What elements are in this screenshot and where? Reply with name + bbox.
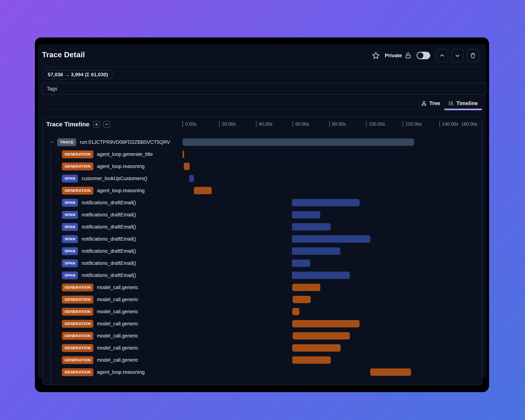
timeline-row[interactable]: GENERATIONagent_loop.reasoning — [43, 185, 482, 197]
star-icon[interactable] — [372, 51, 380, 60]
privacy-toggle[interactable] — [417, 52, 430, 59]
observation-name: model_call.generic — [97, 357, 138, 363]
timeline-row[interactable]: GENERATIONagent_loop.reasoning — [43, 160, 482, 172]
tick-label: 40.00s — [259, 121, 272, 127]
tab-tree[interactable]: Tree — [417, 100, 444, 109]
trash-icon — [469, 52, 476, 59]
delete-trace-button[interactable] — [467, 49, 479, 62]
timeline-bar[interactable] — [292, 235, 370, 243]
timeline-bar[interactable] — [292, 308, 299, 315]
timeline-row[interactable]: GENERATIONagent_loop.reasoning — [43, 366, 482, 378]
tick-label: 0.00s — [185, 121, 197, 127]
row-label: GENERATIONagent_loop.reasoning — [43, 160, 201, 172]
observation-name: model_call.generic — [97, 321, 138, 327]
observation-name: notifications_draftEmail() — [81, 248, 136, 254]
timeline-bar[interactable] — [292, 356, 331, 364]
tab-tree-label: Tree — [429, 100, 440, 106]
observation-name: model_call.generic — [97, 333, 138, 339]
timeline-row[interactable]: GENERATIONmodel_call.generic — [43, 342, 482, 354]
timeline-bar[interactable] — [293, 332, 350, 339]
tick-mark — [256, 121, 256, 127]
timeline-bar[interactable] — [292, 272, 350, 279]
timeline-bar[interactable] — [292, 344, 341, 352]
row-label: SPANnotifications_draftEmail() — [43, 269, 201, 281]
observation-type-badge: GENERATION — [62, 308, 93, 316]
row-track — [183, 318, 476, 330]
timeline-bar[interactable] — [293, 296, 311, 303]
timeline-row[interactable]: GENERATIONmodel_call.generic — [43, 281, 482, 293]
trace-detail-window: Trace Detail Private — [35, 37, 489, 392]
row-track — [183, 354, 476, 366]
trace-timeline-card: Trace Timeline + − 160.00s 0.00s20.00s40… — [43, 117, 482, 385]
row-label: GENERATIONagent_loop.reasoning — [43, 366, 201, 378]
timeline-row[interactable]: GENERATIONmodel_call.generic — [43, 330, 482, 342]
row-track — [183, 148, 476, 160]
timeline-row[interactable]: SPANnotifications_draftEmail() — [43, 269, 482, 281]
expand-all-button[interactable]: + — [93, 121, 100, 128]
timeline-row[interactable]: SPANnotifications_draftEmail() — [43, 233, 482, 245]
row-label: GENERATIONagent_loop.reasoning — [43, 185, 201, 197]
timeline-bar[interactable] — [292, 260, 310, 267]
tab-timeline[interactable]: Timeline — [444, 100, 482, 109]
observation-name: model_call.generic — [97, 309, 138, 315]
row-track — [183, 185, 476, 197]
observation-name: notifications_draftEmail() — [81, 261, 136, 266]
observation-type-badge: SPAN — [62, 199, 78, 207]
timeline-bar[interactable] — [189, 175, 194, 182]
timeline-row[interactable]: GENERATIONmodel_call.generic — [43, 318, 482, 330]
row-track — [183, 330, 476, 342]
trace-detail-panel: Trace Detail Private — [38, 44, 486, 379]
row-track — [183, 209, 476, 221]
row-label: GENERATIONmodel_call.generic — [43, 354, 201, 366]
collapse-all-button[interactable]: − — [103, 121, 110, 128]
timeline-row[interactable]: GENERATIONmodel_call.generic — [43, 354, 482, 366]
timeline-bar[interactable] — [370, 368, 411, 376]
timeline-bar[interactable] — [183, 150, 184, 158]
observation-type-badge: GENERATION — [62, 356, 93, 364]
tick-label: 80.00s — [332, 121, 346, 127]
timeline-row[interactable]: SPANnotifications_draftEmail() — [43, 209, 482, 221]
page-title: Trace Detail — [42, 50, 85, 59]
timeline-row[interactable]: GENERATIONagent_loop.generate_title — [43, 148, 482, 160]
token-usage-badge[interactable]: 57,036 → 3,994 (Σ 61,030) — [43, 70, 113, 79]
timeline-row[interactable]: GENERATIONmodel_call.generic — [43, 306, 482, 318]
timeline-bar[interactable] — [183, 139, 414, 146]
timeline-row[interactable]: SPANnotifications_draftEmail() — [43, 257, 482, 269]
nav-buttons — [436, 49, 479, 62]
row-label: SPANnotifications_draftEmail() — [43, 233, 201, 245]
row-track — [183, 172, 476, 185]
timeline-bar[interactable] — [292, 211, 320, 218]
row-label: −TRACErun:01JCTPR9VD06FD2ZBB5VCT5QRV — [43, 136, 183, 148]
timeline-row[interactable]: SPANnotifications_draftEmail() — [43, 221, 482, 233]
timeline-row[interactable]: SPANnotifications_draftEmail() — [43, 245, 482, 257]
observation-name: notifications_draftEmail() — [81, 212, 136, 218]
timeline-row[interactable]: SPANnotifications_draftEmail() — [43, 197, 482, 209]
next-observation-button[interactable] — [451, 49, 464, 62]
collapse-row-toggle[interactable]: − — [49, 139, 54, 145]
timeline-row[interactable]: −TRACErun:01JCTPR9VD06FD2ZBB5VCT5QRV — [43, 136, 482, 148]
row-label: GENERATIONmodel_call.generic — [43, 318, 201, 330]
observation-type-badge: SPAN — [62, 223, 78, 231]
timeline-bar[interactable] — [292, 284, 320, 291]
observation-type-badge: SPAN — [62, 235, 78, 243]
view-tabbar: Tree Timeline — [42, 97, 482, 110]
tick-label: 120.00s — [405, 121, 422, 127]
timeline-bar[interactable] — [292, 199, 360, 206]
time-axis-tick: 0.00s — [183, 121, 197, 127]
time-axis-tick: 140.00s — [439, 121, 459, 127]
row-track — [183, 306, 476, 318]
timeline-bar[interactable] — [292, 320, 360, 327]
timeline-bar[interactable] — [194, 187, 212, 194]
timeline-bar[interactable] — [292, 247, 340, 255]
observation-type-badge: GENERATION — [62, 162, 93, 170]
timeline-row[interactable]: GENERATIONmodel_call.generic — [43, 293, 482, 306]
previous-observation-button[interactable] — [436, 49, 448, 62]
tick-label: 60.00s — [295, 121, 309, 127]
timeline-bar[interactable] — [184, 163, 190, 170]
tags-box[interactable]: Tags — [42, 83, 487, 95]
observation-name: notifications_draftEmail() — [81, 200, 136, 205]
timeline-bar[interactable] — [292, 223, 331, 231]
tick-mark — [293, 121, 293, 127]
timeline-row[interactable]: SPANcustomer_lookUpCustomers() — [43, 172, 482, 185]
row-label: SPANnotifications_draftEmail() — [43, 197, 201, 209]
